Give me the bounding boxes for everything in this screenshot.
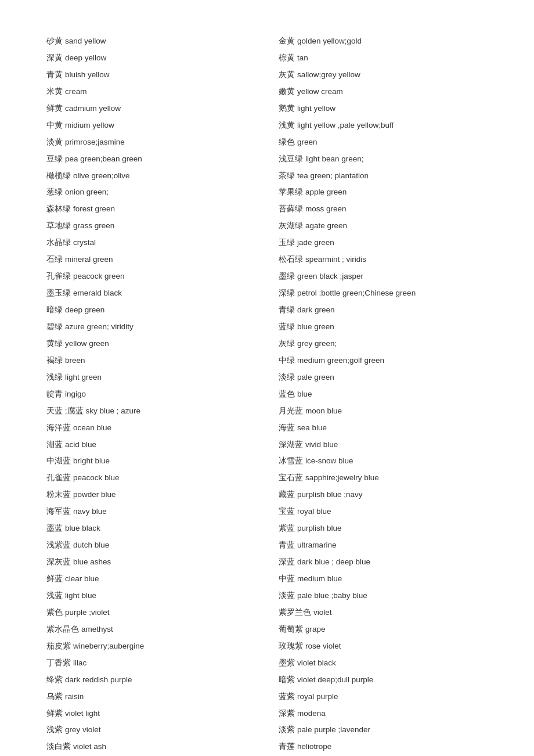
list-item: 浅绿 light green — [46, 371, 255, 384]
list-item: 鲜紫 violet light — [46, 707, 255, 721]
list-item: 灰湖绿 agate green — [279, 219, 488, 233]
color-english: breen — [65, 354, 85, 368]
list-item: 淡白紫 violet ash — [46, 740, 255, 754]
color-chinese: 苔藓绿 — [279, 203, 303, 216]
list-item: 墨紫 violet black — [279, 657, 488, 670]
list-item: 金黄 golden yellow;gold — [279, 35, 488, 48]
color-english: light bean green; — [305, 153, 364, 166]
color-english: purple ;violet — [65, 606, 110, 620]
list-item: 紫罗兰色 violet — [279, 606, 488, 620]
color-chinese: 浅蓝 — [46, 589, 63, 603]
color-chinese: 浅紫 — [46, 723, 63, 737]
color-english: yellow cream — [297, 85, 343, 99]
color-chinese: 紫色 — [46, 606, 63, 620]
color-english: spearmint ; viridis — [305, 253, 366, 267]
list-item: 青蓝 ultramarine — [279, 539, 488, 552]
list-item: 中绿 medium green;golf green — [279, 354, 488, 368]
color-english: wineberry;aubergine — [73, 640, 144, 653]
list-item: 墨蓝 blue black — [46, 522, 255, 535]
color-chinese: 嫩黄 — [279, 85, 295, 99]
color-english: bluish yellow — [65, 69, 110, 82]
color-english: pale purple ;lavender — [297, 723, 370, 737]
color-english: green black ;jasper — [297, 270, 363, 283]
list-item: 墨玉绿 emerald black — [46, 287, 255, 300]
list-item: 淡黄 primrose;jasmine — [46, 136, 255, 149]
color-english: medium green;golf green — [297, 354, 384, 368]
color-chinese: 中蓝 — [279, 573, 295, 586]
color-chinese: 粉末蓝 — [46, 488, 71, 502]
list-item: 浅紫蓝 dutch blue — [46, 539, 255, 552]
color-chinese: 浅绿 — [46, 371, 63, 384]
color-chinese: 鲜黄 — [46, 102, 63, 116]
color-english: jade green — [297, 236, 334, 250]
list-item: 天蓝 ;腐蓝 sky blue ; azure — [46, 405, 255, 418]
color-chinese: 乌紫 — [46, 690, 63, 704]
list-item: 青黄 bluish yellow — [46, 69, 255, 82]
list-item: 深紫 modena — [279, 707, 488, 721]
color-english: grape — [305, 623, 326, 636]
list-item: 玫瑰紫 rose violet — [279, 640, 488, 653]
color-chinese: 茄皮紫 — [46, 640, 71, 653]
list-item: 深黄 deep yellow — [46, 52, 255, 65]
color-chinese: 草地绿 — [46, 219, 71, 233]
color-english: ingigo — [65, 388, 86, 401]
color-chinese: 葱绿 — [46, 186, 63, 199]
color-chinese: 绛紫 — [46, 674, 63, 687]
color-english: purplish blue — [297, 522, 342, 535]
list-item: 淡蓝 pale blue ;baby blue — [279, 589, 488, 603]
list-item: 玉绿 jade green — [279, 236, 488, 250]
color-english: green — [297, 136, 317, 149]
color-english: dark blue ; deep blue — [297, 556, 370, 569]
color-chinese: 宝石蓝 — [279, 471, 303, 485]
color-english: grey violet — [65, 723, 101, 737]
list-item: 中湖蓝 bright blue — [46, 455, 255, 468]
list-item: 蓝绿 blue green — [279, 321, 488, 334]
color-english: peacock blue — [73, 471, 120, 485]
list-item: 灰绿 grey green; — [279, 337, 488, 351]
color-chinese: 冰雪蓝 — [279, 455, 303, 468]
color-english: clear blue — [65, 573, 99, 586]
list-item: 蓝色 blue — [279, 388, 488, 401]
list-item: 水晶绿 crystal — [46, 236, 255, 250]
color-english: deep yellow — [65, 52, 106, 65]
list-item: 墨绿 green black ;jasper — [279, 270, 488, 283]
list-item: 青绿 dark green — [279, 304, 488, 317]
color-english: acid blue — [65, 438, 96, 452]
color-chinese: 黄绿 — [46, 337, 63, 351]
list-item: 紫水晶色 amethyst — [46, 623, 255, 636]
color-english: pale green — [297, 371, 334, 384]
list-item: 深绿 petrol ;bottle green;Chinese green — [279, 287, 488, 300]
color-chinese: 深紫 — [279, 707, 295, 721]
color-chinese: 深蓝 — [279, 556, 295, 569]
color-chinese: 石绿 — [46, 253, 63, 267]
list-item: 茶绿 tea green; plantation — [279, 170, 488, 183]
color-english: blue green — [297, 321, 334, 334]
color-chinese: 灰湖绿 — [279, 219, 303, 233]
list-item: 湖蓝 acid blue — [46, 438, 255, 452]
color-chinese: 深绿 — [279, 287, 295, 300]
color-chinese: 靛青 — [46, 388, 63, 401]
color-chinese: 淡绿 — [279, 371, 295, 384]
list-item: 冰雪蓝 ice-snow blue — [279, 455, 488, 468]
color-english: royal blue — [297, 505, 331, 519]
color-english: purplish blue ;navy — [297, 488, 363, 502]
list-item: 鹅黄 light yellow — [279, 102, 488, 116]
color-chinese: 天蓝 ;腐蓝 — [46, 405, 84, 418]
color-english: sapphire;jewelry blue — [305, 471, 379, 485]
color-chinese: 海蓝 — [279, 422, 295, 435]
list-item: 葱绿 onion green; — [46, 186, 255, 199]
color-chinese: 淡黄 — [46, 136, 63, 149]
list-item: 绿色 green — [279, 136, 488, 149]
list-item: 茄皮紫 wineberry;aubergine — [46, 640, 255, 653]
color-english: cadmium yellow — [65, 102, 121, 116]
color-english: dark green — [297, 304, 335, 317]
color-chinese: 米黄 — [46, 85, 63, 99]
list-item: 砂黄 sand yellow — [46, 35, 255, 48]
color-chinese: 墨紫 — [279, 657, 295, 670]
list-item: 宝石蓝 sapphire;jewelry blue — [279, 471, 488, 485]
color-chinese: 暗紫 — [279, 674, 295, 687]
color-english: sand yellow — [65, 35, 106, 48]
list-item: 中蓝 medium blue — [279, 573, 488, 586]
color-english: violet — [313, 606, 332, 620]
list-item: 碧绿 azure green; viridity — [46, 321, 255, 334]
